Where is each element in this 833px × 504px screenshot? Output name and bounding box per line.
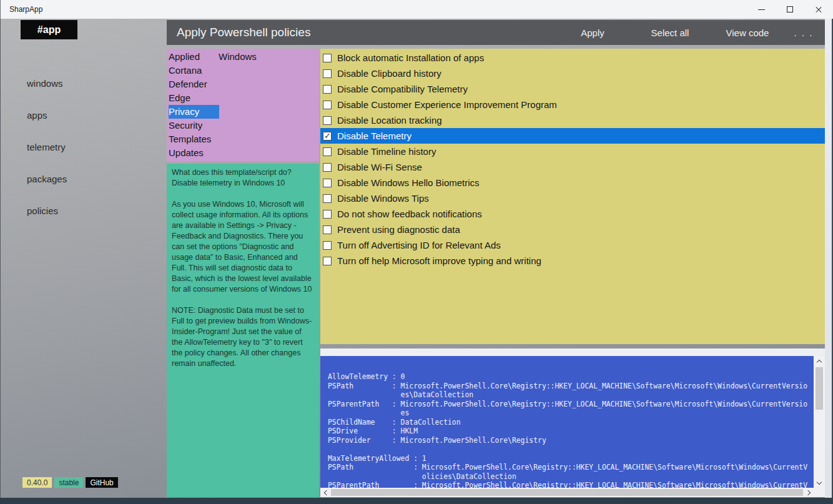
policy-item[interactable]: Disable Customer Experience Improvement … xyxy=(320,97,825,112)
policy-label: Disable Timeline history xyxy=(337,146,436,157)
policy-checkbox[interactable] xyxy=(323,54,332,62)
policy-item[interactable]: Disable Windows Tips xyxy=(320,190,825,206)
policy-label: Disable Telemetry xyxy=(337,131,412,141)
policy-item[interactable]: Turn off help Microsoft improve typing a… xyxy=(320,253,825,269)
policy-label: Disable Windows Hello Biometrics xyxy=(337,177,480,188)
policy-item[interactable]: Disable Clipboard history xyxy=(320,66,825,81)
category-item-security[interactable]: Security xyxy=(169,119,202,132)
category-item-updates[interactable]: Updates xyxy=(169,146,204,160)
policy-label: Prevent using diagnostic data xyxy=(337,224,460,235)
more-button[interactable]: . . . xyxy=(786,27,821,38)
policy-item[interactable]: Block automatic Installation of apps xyxy=(320,50,825,66)
policy-list: Block automatic Installation of apps Dis… xyxy=(320,49,825,344)
apply-button[interactable]: Apply xyxy=(554,27,631,38)
page-title: Apply Powershell policies xyxy=(167,26,554,39)
policy-item[interactable]: Disable Wi-Fi Sense xyxy=(320,159,825,175)
console-line: PSParentPath : Microsoft.PowerShell.Core… xyxy=(328,481,806,488)
scroll-left-button[interactable] xyxy=(320,488,330,497)
console-line: PSProvider : Microsoft.PowerShell.Core\R… xyxy=(328,436,806,445)
right-margin xyxy=(825,19,833,498)
scroll-right-button[interactable] xyxy=(804,488,814,497)
policy-label: Disable Wi-Fi Sense xyxy=(337,162,422,172)
console-line: PSDrive : HKLM xyxy=(328,427,806,436)
policy-checkbox[interactable] xyxy=(323,241,332,250)
policy-checkbox[interactable] xyxy=(323,194,332,203)
checkmark-icon: ✓ xyxy=(324,131,331,141)
policy-item[interactable]: Disable Windows Hello Biometrics xyxy=(320,175,825,190)
titlebar: SharpApp xyxy=(0,0,833,19)
scroll-up-button[interactable] xyxy=(814,356,825,366)
policy-checkbox[interactable] xyxy=(323,147,332,156)
policy-checkbox[interactable] xyxy=(323,101,332,109)
category-item-windows[interactable]: Windows xyxy=(219,50,257,64)
github-badge[interactable]: GitHub xyxy=(86,477,117,488)
policy-checkbox[interactable] xyxy=(323,116,332,125)
description-intro: What does this template/script do? Disab… xyxy=(172,167,314,189)
vertical-scrollbar[interactable] xyxy=(814,356,825,488)
console-panel: AllowTelemetry : 0 PSPath : Microsoft.Po… xyxy=(320,348,825,497)
sidebar-item-windows[interactable]: windows xyxy=(27,78,63,91)
category-item-templates[interactable]: Templates xyxy=(169,132,211,146)
category-list: Applied Windows Cortana Defender Edge Pr… xyxy=(167,49,319,161)
console-line: AllowTelemetry : 0 xyxy=(328,372,806,382)
policy-label: Do not show feedback notifications xyxy=(337,209,482,219)
bottom-border xyxy=(0,498,833,504)
policy-checkbox[interactable] xyxy=(323,257,332,265)
horizontal-scrollbar[interactable] xyxy=(320,488,814,497)
sidebar-item-packages[interactable]: packages xyxy=(27,174,67,186)
policy-item[interactable]: Disable Timeline history xyxy=(320,144,825,159)
policy-label: Turn off help Microsoft improve typing a… xyxy=(337,255,541,266)
policy-checkbox[interactable] xyxy=(323,210,332,219)
policy-checkbox[interactable] xyxy=(323,69,332,78)
close-button[interactable] xyxy=(804,0,833,19)
sidebar-item-policies[interactable]: policies xyxy=(27,205,58,218)
console-line: olicies\DataCollection xyxy=(328,472,806,482)
policy-item-selected[interactable]: ✓Disable Telemetry xyxy=(320,128,825,144)
policy-checkbox[interactable] xyxy=(323,179,332,187)
maximize-button[interactable] xyxy=(776,0,804,19)
app-window: SharpApp #app windows apps telemetry pac… xyxy=(0,0,833,504)
category-item-privacy[interactable]: Privacy xyxy=(169,105,219,119)
scrollbar-corner xyxy=(814,488,825,497)
chevron-up-icon xyxy=(817,359,822,364)
channel-badge: stable xyxy=(54,477,83,488)
policy-item[interactable]: Turn off Advertising ID for Relevant Ads xyxy=(320,237,825,253)
category-item-applied[interactable]: Applied xyxy=(169,50,219,64)
chevron-left-icon xyxy=(323,490,328,495)
sidebar-item-apps[interactable]: apps xyxy=(27,110,47,122)
horizontal-scrollbar-thumb[interactable] xyxy=(331,489,803,496)
select-all-button[interactable]: Select all xyxy=(631,27,709,38)
policy-label: Block automatic Installation of apps xyxy=(337,52,484,63)
footer-badges: 0.40.0 stable GitHub xyxy=(22,477,118,488)
vertical-scrollbar-thumb[interactable] xyxy=(816,367,823,410)
chevron-down-icon xyxy=(817,479,822,484)
policy-item[interactable]: Disable Location tracking xyxy=(320,112,825,128)
policy-label: Disable Windows Tips xyxy=(337,193,429,204)
console-line xyxy=(328,445,806,454)
policy-checkbox-checked[interactable]: ✓ xyxy=(323,132,332,141)
policy-checkbox[interactable] xyxy=(323,225,332,234)
policy-item[interactable]: Prevent using diagnostic data xyxy=(320,222,825,237)
sidebar-item-telemetry[interactable]: telemetry xyxy=(27,142,66,154)
console-line: MaxTelemetryAllowed : 1 xyxy=(328,454,806,463)
maximize-icon xyxy=(787,6,793,12)
policy-item[interactable]: Disable Compatibility Telemetry xyxy=(320,81,825,97)
policy-checkbox[interactable] xyxy=(323,85,332,94)
version-badge: 0.40.0 xyxy=(22,477,52,488)
minimize-button[interactable] xyxy=(747,0,776,19)
app-logo: #app xyxy=(21,20,77,39)
description-panel: What does this template/script do? Disab… xyxy=(167,164,319,497)
console-line: PSPath : Microsoft.PowerShell.Core\Regis… xyxy=(328,382,806,391)
console-line: PSParentPath : Microsoft.PowerShell.Core… xyxy=(328,400,806,409)
scroll-down-button[interactable] xyxy=(814,478,825,488)
view-code-button[interactable]: View code xyxy=(709,27,786,38)
category-item-cortana[interactable]: Cortana xyxy=(169,64,202,77)
policy-label: Disable Clipboard history xyxy=(337,68,441,79)
close-icon xyxy=(815,6,822,13)
policy-label: Disable Location tracking xyxy=(337,115,442,126)
policy-checkbox[interactable] xyxy=(323,163,332,172)
policy-item[interactable]: Do not show feedback notifications xyxy=(320,206,825,222)
console-line: es xyxy=(328,408,806,418)
category-item-edge[interactable]: Edge xyxy=(169,91,190,105)
category-item-defender[interactable]: Defender xyxy=(169,77,207,91)
